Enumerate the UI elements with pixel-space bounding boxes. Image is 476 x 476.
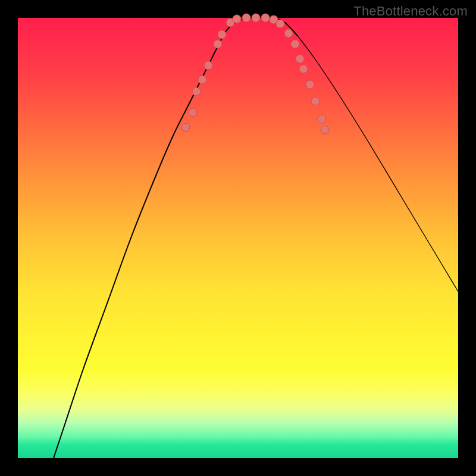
data-point: [198, 76, 206, 84]
data-point: [252, 14, 260, 22]
data-point: [318, 115, 326, 123]
data-point: [181, 123, 190, 131]
data-point: [306, 80, 314, 89]
data-point: [299, 65, 308, 73]
data-point: [192, 87, 201, 96]
data-point: [276, 20, 284, 28]
data-point: [214, 40, 222, 48]
watermark-text: TheBottleneck.com: [353, 4, 468, 19]
chart-frame: TheBottleneck.com: [0, 0, 476, 476]
data-point: [233, 15, 241, 23]
data-point: [204, 61, 212, 70]
curve-path: [54, 17, 458, 458]
data-point: [261, 14, 270, 22]
data-point: [291, 40, 299, 48]
data-point: [242, 14, 250, 22]
data-point: [296, 55, 304, 63]
chart-svg: [18, 18, 458, 458]
data-point: [284, 29, 293, 37]
data-point: [218, 30, 226, 39]
data-point: [321, 126, 329, 134]
data-point: [189, 108, 197, 117]
data-point: [311, 97, 320, 105]
plot-area: [18, 18, 458, 458]
